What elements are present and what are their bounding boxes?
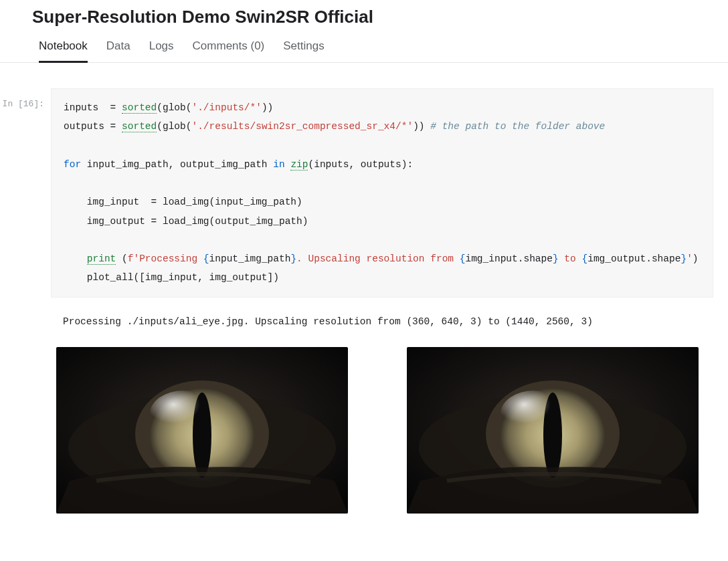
code-token: img_input.shape (465, 253, 553, 264)
code-cell: In [16]: inputs = sorted(glob('./inputs/… (0, 88, 728, 298)
code-token: img_input = load_img(input_img_path) (64, 197, 302, 207)
code-block[interactable]: inputs = sorted(glob('./inputs/*')) outp… (51, 88, 713, 298)
svg-point-11 (500, 390, 567, 437)
tab-notebook[interactable]: Notebook (39, 39, 88, 62)
code-token: print (87, 253, 116, 265)
code-token: for (64, 159, 81, 170)
code-token: in (273, 159, 284, 170)
svg-point-5 (150, 390, 217, 437)
code-token: input_img_path, output_img_path (81, 159, 273, 170)
tab-comments[interactable]: Comments (0) (193, 39, 265, 62)
code-token: } (553, 253, 559, 264)
notebook-content: In [16]: inputs = sorted(glob('./inputs/… (0, 63, 728, 514)
code-token: (glob( (157, 102, 191, 113)
code-token: = (104, 121, 122, 132)
code-token: inputs (64, 102, 98, 113)
code-token: { (581, 253, 587, 264)
code-token: to (559, 253, 582, 264)
code-token: sorted (122, 102, 157, 114)
code-token: (inputs, outputs): (308, 159, 413, 170)
cell-output-text: Processing ./inputs/ali_eye.jpg. Upscali… (63, 316, 713, 327)
code-token: )) (413, 121, 430, 132)
tabs: Notebook Data Logs Comments (0) Settings (0, 39, 728, 63)
code-token: )) (262, 102, 273, 113)
code-token: f'Processing (128, 253, 203, 264)
code-token: outputs (64, 121, 104, 132)
code-token: plot_all([img_input, img_output]) (64, 272, 279, 283)
code-token: './results/swin2sr_compressed_sr_x4/*' (191, 121, 413, 132)
page-title: Super-Resolution Demo Swin2SR Official (32, 7, 696, 27)
tab-settings[interactable]: Settings (283, 39, 324, 62)
code-token: zip (290, 159, 308, 171)
code-token: } (680, 253, 687, 264)
cell-prompt: In [16]: (0, 88, 51, 109)
code-token (64, 253, 87, 264)
code-token: } (290, 253, 296, 264)
code-token: img_output.shape (587, 253, 680, 264)
code-token: = (98, 102, 122, 113)
code-token: sorted (122, 121, 157, 132)
code-token: ( (116, 253, 127, 264)
code-token: ) (693, 253, 699, 264)
output-images (56, 347, 713, 514)
code-token: . Upscaling resolution from (296, 253, 460, 264)
output-image-input (56, 347, 348, 514)
code-token: # the path to the folder above (430, 121, 605, 132)
tab-data[interactable]: Data (106, 39, 130, 62)
code-token: { (203, 253, 209, 264)
output-image-output (407, 347, 699, 514)
code-token: img_output = load_img(output_img_path) (64, 216, 308, 227)
code-token: ' (687, 253, 693, 264)
code-token: './inputs/*' (191, 102, 261, 113)
tab-logs[interactable]: Logs (149, 39, 174, 62)
code-token: (glob( (157, 121, 191, 132)
code-token: input_img_path (209, 253, 291, 264)
